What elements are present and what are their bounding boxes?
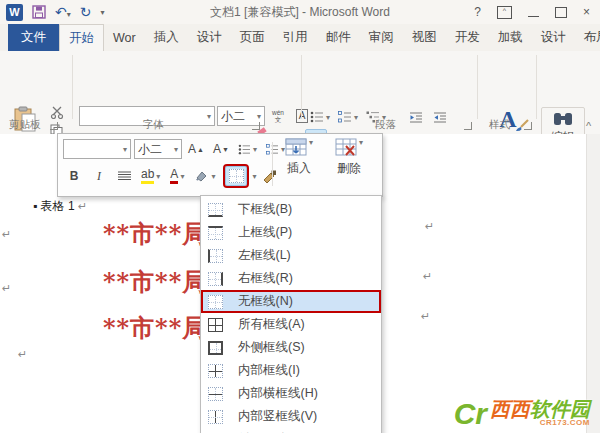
menu-item-left-border[interactable]: 左框线(L) — [201, 244, 381, 267]
group-separator — [536, 55, 537, 119]
numbering-button[interactable]: ▾ — [335, 107, 361, 127]
paint-bucket-icon — [194, 170, 209, 183]
undo-button[interactable]: ↶▾ — [55, 5, 71, 19]
mini-align-button[interactable] — [113, 166, 135, 186]
mini-shrink-font-button[interactable]: A▼ — [210, 139, 232, 159]
mini-font-size-select[interactable]: 小二▾ — [134, 139, 182, 159]
styles-group-label: 样式 — [489, 118, 510, 132]
mini-toolbar-row2: B I ab▾ A▾ ▾ ▾ — [63, 166, 281, 186]
mini-font-name-select[interactable]: ▾ — [63, 139, 131, 159]
cut-button[interactable] — [50, 106, 64, 119]
customize-qat-button[interactable]: ▾ — [100, 8, 104, 17]
collapse-ribbon-button[interactable]: ^ — [586, 120, 591, 132]
close-button[interactable]: × — [583, 6, 590, 18]
outside-borders-icon — [208, 341, 223, 355]
menu-item-right-border[interactable]: 右框线(R) — [201, 267, 381, 290]
tab-wor[interactable]: Wor — [104, 24, 145, 51]
menu-item-inside-horizontal-border[interactable]: 内部横框线(H) — [201, 382, 381, 405]
table-mini-toolbar: ▾ 小二▾ A▲ A▼ ▾ ▾ B I — [57, 133, 383, 197]
delete-dropdown-icon: ▾ — [359, 138, 363, 147]
mini-bullets-button[interactable]: ▾ — [235, 139, 260, 159]
site-domain: CR173.COM — [540, 419, 590, 427]
tab-developer[interactable]: 开发 — [446, 24, 489, 51]
increase-indent-button[interactable] — [429, 107, 451, 127]
site-name-green: 软件园 — [530, 398, 590, 420]
site-logo-icon: Cr — [454, 400, 487, 427]
left-border-icon — [208, 249, 223, 263]
watermark-logo: Cr 西西软件园 CR173.COM — [454, 399, 590, 427]
tab-insert[interactable]: 插入 — [145, 24, 188, 51]
mini-highlight-color-button[interactable]: ab▾ — [138, 166, 163, 186]
mini-bold-button[interactable]: B — [63, 166, 85, 186]
menu-item-no-border[interactable]: 无框线(N) — [201, 290, 381, 313]
paragraph-dialog-launcher-icon[interactable] — [464, 122, 472, 130]
tab-addins[interactable]: 加载 — [489, 24, 532, 51]
tab-view[interactable]: 视图 — [403, 24, 446, 51]
insert-table-icon — [285, 138, 307, 157]
maximize-button[interactable] — [555, 7, 567, 18]
save-icon — [32, 5, 46, 19]
insert-dropdown-icon: ▾ — [309, 138, 313, 147]
no-border-icon — [208, 295, 223, 309]
menu-item-diagonal-down-border[interactable]: 斜下框线(W) — [201, 428, 381, 433]
mini-borders-button[interactable] — [225, 166, 247, 186]
inside-horizontal-border-icon — [208, 387, 223, 401]
menu-item-inside-borders[interactable]: 内部框线(I) — [201, 359, 381, 382]
mini-borders-dropdown-icon[interactable]: ▾ — [252, 172, 256, 181]
mini-toolbar-separator — [272, 142, 273, 186]
tab-references[interactable]: 引用 — [274, 24, 317, 51]
tab-home[interactable]: 开始 — [59, 24, 104, 52]
styles-dialog-launcher-icon[interactable] — [524, 122, 532, 130]
tab-table-design[interactable]: 设计 — [532, 24, 575, 51]
tab-page-layout[interactable]: 页面 — [231, 24, 274, 51]
title-bar: 文档1 [兼容模式] - Microsoft Word ↶▾ ↻ ▾ ? × — [0, 0, 600, 24]
font-dialog-launcher-icon[interactable] — [252, 122, 260, 130]
menu-item-inside-vertical-border[interactable]: 内部竖框线(V) — [201, 405, 381, 428]
borders-menu: 下框线(B) 上框线(P) 左框线(L) 右框线(R) 无框线(N) 所有框线(… — [200, 195, 382, 433]
menu-item-bottom-border[interactable]: 下框线(B) — [201, 198, 381, 221]
decrease-indent-icon — [409, 112, 423, 123]
bullet-list-icon — [238, 144, 251, 155]
mini-insert-button[interactable]: ▾ 插入 — [276, 138, 322, 177]
phonetic-guide-button[interactable]: wén 文 — [267, 106, 289, 126]
help-button[interactable]: ? — [474, 6, 481, 18]
tab-table-layout[interactable]: 布局 — [575, 24, 600, 51]
tab-design[interactable]: 设计 — [188, 24, 231, 51]
mini-toolbar-row1: ▾ 小二▾ A▲ A▼ ▾ ▾ — [63, 139, 288, 159]
menu-item-outside-borders[interactable]: 外侧框线(S) — [201, 336, 381, 359]
right-border-icon — [208, 272, 223, 286]
mini-grow-font-button[interactable]: A▲ — [185, 139, 207, 159]
ribbon-tabs: 文件 开始 Wor 插入 设计 页面 引用 邮件 审阅 视图 开发 加载 设计 … — [0, 24, 600, 52]
bullets-button[interactable]: ▾ — [307, 107, 333, 127]
redo-button[interactable]: ↻ — [80, 5, 92, 19]
group-separator — [477, 55, 478, 119]
inside-vertical-border-icon — [208, 410, 223, 424]
clipboard-dialog-launcher-icon[interactable] — [50, 122, 58, 130]
menu-item-top-border[interactable]: 上框线(P) — [201, 221, 381, 244]
ribbon: 粘贴 ▾ — [0, 51, 600, 135]
mini-font-color-button[interactable]: A▾ — [166, 166, 188, 186]
menu-item-all-borders[interactable]: 所有框线(A) — [201, 313, 381, 336]
mini-shading-button[interactable]: ▾ — [191, 166, 218, 186]
tab-mailings[interactable]: 邮件 — [317, 24, 360, 51]
ribbon-display-options-button[interactable] — [497, 6, 512, 19]
save-button[interactable] — [32, 5, 46, 19]
minimize-button[interactable] — [528, 16, 539, 17]
mini-font-size-value: 小二 — [138, 141, 162, 158]
tab-file[interactable]: 文件 — [8, 24, 59, 51]
paragraph-mark: ↵ — [2, 228, 11, 241]
bullet-icon: ▪ — [33, 199, 37, 213]
top-border-icon — [208, 226, 223, 240]
mini-delete-button[interactable]: ▾ 删除 — [326, 138, 372, 177]
mini-italic-button[interactable]: I — [88, 166, 110, 186]
window-controls: ? × — [474, 6, 600, 19]
tab-review[interactable]: 审阅 — [360, 24, 403, 51]
scrollbar[interactable] — [586, 134, 600, 433]
decrease-indent-button[interactable] — [405, 107, 427, 127]
borders-grid-icon — [229, 169, 244, 183]
align-lines-icon — [118, 171, 131, 182]
paragraph-group-label: 段落 — [375, 118, 396, 132]
paragraph-mark: ↵ — [421, 310, 430, 323]
numbered-list-icon — [338, 111, 352, 123]
bullet-list-icon — [310, 111, 324, 123]
